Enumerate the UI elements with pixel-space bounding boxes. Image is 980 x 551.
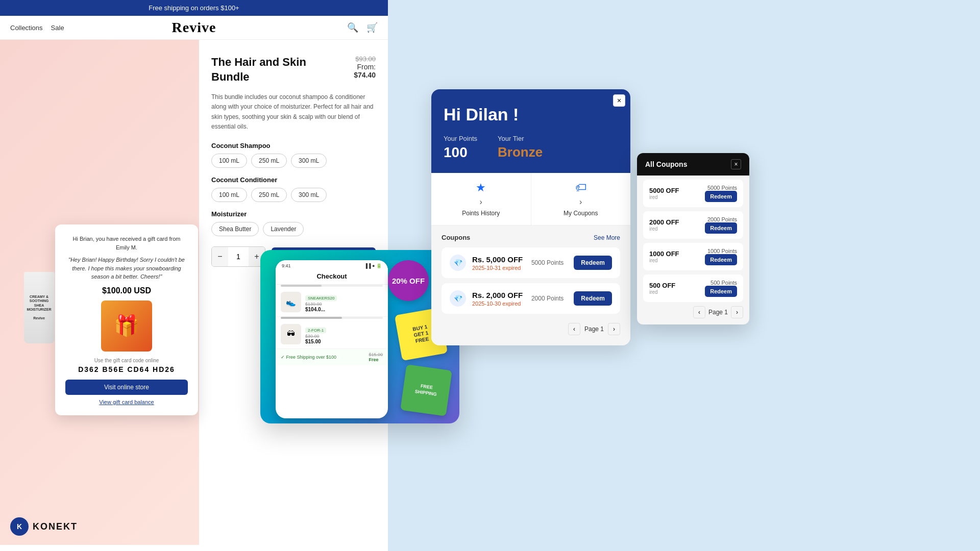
sneakers-tag: SNEAKERS20 [305, 295, 337, 301]
visit-store-button[interactable]: Visit online store [65, 380, 188, 395]
panel-coupon-req-4: ired [649, 289, 675, 295]
panel-redeem-2[interactable]: Redeem [705, 222, 737, 234]
search-icon[interactable]: 🔍 [347, 22, 358, 33]
widget-body: Coupons See More 💎 Rs. 5,000 OFF 2025-10… [431, 226, 630, 345]
panel-coupon-1: 5000 OFF ired 5000 Points Redeem [643, 180, 743, 207]
nav-sale[interactable]: Sale [51, 24, 64, 32]
next-page-button[interactable]: › [608, 323, 620, 335]
redeem-button-2[interactable]: Redeem [574, 291, 612, 306]
nav-my-coupons[interactable]: 🏷 › My Coupons [531, 173, 631, 225]
nav-links: Collections Sale [10, 24, 64, 32]
view-balance-link[interactable]: View gift card balance [65, 399, 188, 405]
panel-coupon-points-3: 1000 Points [705, 248, 737, 254]
progress-fill-2 [281, 317, 342, 319]
see-more-link[interactable]: See More [594, 234, 620, 241]
panel-coupon-points-2: 2000 Points [705, 216, 737, 222]
nav-points-history[interactable]: ★ › Points History [431, 173, 531, 225]
phone-status-bar: 9:41 ▐▐ ● 🔋 [276, 260, 388, 270]
coupons-section-header: Coupons See More [442, 234, 620, 241]
coupon-points-1: 5000 Points [531, 259, 564, 266]
sunglasses-info: 2-FOR-1 $30.00 $15.00 [305, 324, 383, 344]
coupon-icon: 🏷 [575, 181, 586, 194]
site-logo: Revive [172, 19, 216, 36]
tier-value: Bronze [498, 144, 543, 160]
conditioner-300ml[interactable]: 300 mL [291, 188, 327, 202]
option-label-shampoo: Coconut Shampoo [211, 142, 376, 149]
price-area: $93.00 From: $74.40 [336, 55, 376, 79]
top-banner: Free shipping on orders $100+ [0, 0, 388, 16]
points-stat: Your Points 100 [444, 135, 477, 161]
star-icon: ★ [476, 181, 486, 194]
prev-page-button[interactable]: ‹ [568, 323, 580, 335]
panel-prev-button[interactable]: ‹ [693, 306, 705, 318]
option-label-moisturizer: Moisturizer [211, 210, 376, 218]
quantity-control: − + [211, 246, 265, 267]
free-shipping-prices: $15.00 Free [369, 352, 383, 362]
sale-price: From: $74.40 [336, 63, 376, 79]
panel-redeem-3[interactable]: Redeem [705, 254, 737, 265]
shampoo-250ml[interactable]: 250 mL [251, 154, 287, 168]
widget-pagination: ‹ Page 1 › [442, 319, 620, 337]
moisturizer-shea[interactable]: Shea Butter [211, 222, 259, 236]
panel-coupon-4: 500 OFF ired 500 Points Redeem [643, 274, 743, 302]
shampoo-100ml[interactable]: 100 mL [211, 154, 247, 168]
panel-coupon-value-4: 500 OFF [649, 282, 675, 289]
panel-title: All Coupons [645, 160, 687, 168]
coupon-item-1: 💎 Rs. 5,000 OFF 2025-10-31 expired 5000 … [442, 247, 620, 278]
panel-coupon-req-3: ired [649, 258, 679, 263]
quantity-input[interactable] [228, 253, 249, 261]
phone-checkout-title: Checkout [276, 270, 388, 285]
original-price: $93.00 [336, 55, 376, 63]
qty-decrease[interactable]: − [212, 247, 228, 266]
progress-bar-2 [281, 317, 383, 319]
points-label: Your Points [444, 135, 477, 142]
bogo-tag: 2-FOR-1 [305, 328, 326, 333]
konekt-text: KONEKT [33, 521, 78, 532]
widget-navigation: ★ › Points History 🏷 › My Coupons [431, 173, 630, 226]
panel-redeem-4[interactable]: Redeem [705, 286, 737, 297]
widget-greeting: Hi Dilan ! [444, 105, 618, 124]
points-value: 100 [444, 144, 477, 161]
all-coupons-panel: All Coupons × 5000 OFF ired 5000 Points … [637, 153, 749, 324]
widget-header: Hi Dilan ! Your Points 100 Your Tier Bro… [431, 89, 630, 173]
points-history-label: Points History [462, 210, 500, 217]
panel-coupon-req-2: ired [649, 226, 679, 232]
option-buttons-conditioner: 100 mL 250 mL 300 mL [211, 188, 376, 202]
phone-time: 9:41 [282, 263, 291, 268]
nav-collections[interactable]: Collections [10, 24, 43, 32]
conditioner-250ml[interactable]: 250 mL [251, 188, 287, 202]
coupon-info-2: Rs. 2,000 OFF 2025-10-30 expired [472, 291, 525, 307]
progress-fill [281, 285, 322, 287]
coupon-expiry-2: 2025-10-30 expired [472, 300, 525, 307]
redeem-button-1[interactable]: Redeem [574, 256, 612, 270]
sunglasses-orig-price: $30.00 [305, 334, 383, 339]
my-coupons-label: My Coupons [564, 210, 598, 217]
coupon-item-2: 💎 Rs. 2,000 OFF 2025-10-30 expired 2000 … [442, 283, 620, 314]
product-description: This bundle includes our coconut shampoo… [211, 92, 376, 132]
conditioner-100ml[interactable]: 100 mL [211, 188, 247, 202]
bottle-shea: CREAMY & SOOTHINGSHEAMOISTURIZERRevive [24, 272, 55, 343]
nav-arrow-2: › [579, 197, 582, 207]
sunglasses-sale-price: $15.00 [305, 339, 383, 344]
coupon-points-2: 2000 Points [531, 295, 564, 302]
widget-close-button[interactable]: × [613, 94, 625, 107]
konekt-icon: K [10, 517, 29, 536]
shoes-orig-price: $130.00 [305, 302, 383, 307]
cart-icon[interactable]: 🛒 [366, 22, 378, 33]
panel-redeem-1[interactable]: Redeem [705, 191, 737, 202]
coupon-info-1: Rs. 5,000 OFF 2025-10-31 expired [472, 255, 525, 271]
coupons-section-title: Coupons [442, 234, 470, 241]
shampoo-300ml[interactable]: 300 mL [291, 154, 327, 168]
gift-card: Hi Brian, you have received a gift card … [55, 224, 198, 415]
moisturizer-lavender[interactable]: Lavender [263, 222, 304, 236]
panel-next-button[interactable]: › [731, 306, 743, 318]
coupon-tag-free-shipping: FREESHIPPING [400, 364, 452, 416]
loyalty-widget: × Hi Dilan ! Your Points 100 Your Tier B… [431, 89, 630, 345]
option-label-conditioner: Coconut Conditioner [211, 176, 376, 184]
shoes-info: SNEAKERS20 $130.00 $104.0... [305, 292, 383, 312]
panel-coupon-3: 1000 OFF ired 1000 Points Redeem [643, 243, 743, 270]
panel-close-button[interactable]: × [731, 159, 741, 169]
progress-bar [281, 285, 383, 287]
panel-coupon-value-3: 1000 OFF [649, 250, 679, 258]
gift-card-note: "Hey Brian! Happy Birthday! Sorry I coul… [65, 256, 188, 281]
